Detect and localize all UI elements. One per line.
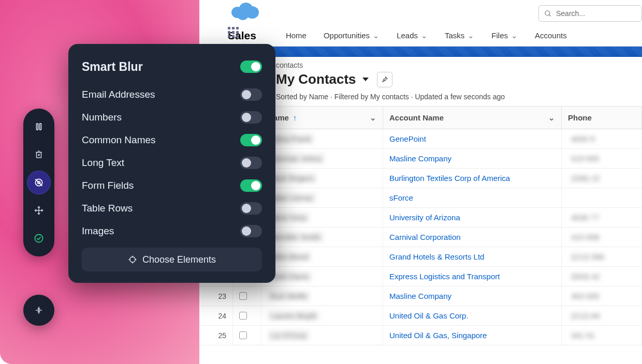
option-toggle[interactable] (240, 134, 262, 146)
cell-name: Jake Llorrac (261, 188, 383, 207)
option-label: Images (82, 225, 114, 237)
app-nav: Sales HomeOpportunities⌄Leads⌄Tasks⌄File… (199, 25, 642, 47)
account-link[interactable]: GenePoint (389, 134, 426, 143)
caret-down-icon (361, 77, 370, 83)
option-toggle[interactable] (240, 111, 262, 124)
cell-account: Masline Company (383, 149, 562, 168)
sort-asc-icon: ↑ (293, 113, 297, 122)
option-label: Table Rows (82, 203, 133, 214)
account-link[interactable]: sForce (389, 193, 413, 202)
account-link[interactable]: United Oil & Gas, Singapore (389, 331, 487, 340)
chevron-down-icon: ⌄ (373, 31, 380, 40)
cell-account: United Oil & Gas, Singapore (383, 326, 562, 345)
list-title[interactable]: My Contacts (276, 71, 370, 87)
nav-home[interactable]: Home (279, 31, 314, 40)
chevron-down-icon: ⌄ (511, 31, 518, 40)
cell-account: sForce (383, 188, 562, 207)
row-checkbox[interactable] (239, 312, 247, 320)
cell-account: Carnival Corporation (383, 228, 562, 247)
confirm-button[interactable] (27, 226, 51, 250)
target-icon (128, 255, 137, 264)
col-account[interactable]: Account Name⌄ (383, 107, 562, 129)
option-label: Long Text (82, 157, 124, 169)
account-link[interactable]: Masline Company (389, 292, 451, 300)
cell-account: Masline Company (383, 286, 562, 306)
nav-leads[interactable]: Leads⌄ (389, 31, 435, 40)
account-link[interactable]: Express Logistics and Transport (389, 272, 500, 281)
svg-point-4 (545, 10, 550, 15)
col-name[interactable]: Name↑⌄ (261, 107, 383, 129)
cell-phone (562, 188, 642, 207)
option-toggle[interactable] (240, 88, 262, 101)
blur-option: Images (82, 220, 262, 242)
global-search[interactable]: Search... (538, 5, 642, 22)
option-toggle[interactable] (240, 157, 262, 169)
cell-phone: 341 01 (562, 326, 642, 345)
blur-tool-button[interactable] (27, 171, 51, 194)
cell-account: Express Logistics and Transport (383, 267, 562, 286)
chevron-down-icon[interactable]: ⌄ (370, 113, 376, 123)
cell-name: Jack Rogers (261, 169, 383, 188)
salesforce-logo (230, 1, 259, 21)
pin-button[interactable] (377, 72, 392, 87)
nav-tasks[interactable]: Tasks⌄ (437, 31, 481, 40)
cell-name: Liz D'Cruz (261, 326, 383, 345)
option-label: Numbers (82, 112, 122, 123)
option-label: Email Addresses (82, 89, 155, 100)
cell-name: Jane Grey (261, 208, 383, 227)
option-toggle[interactable] (240, 225, 262, 237)
table-row: 25Liz D'CruzUnited Oil & Gas, Singapore3… (199, 326, 642, 345)
cell-phone: (212) 596 (562, 247, 642, 266)
blur-option: Common Names (82, 129, 262, 151)
nav-opportunities[interactable]: Opportunities⌄ (316, 31, 387, 40)
cell-phone: 4030 77 (562, 208, 642, 227)
cell-phone: (503) 42 (562, 267, 642, 286)
cell-phone: 410 008 (562, 228, 642, 247)
row-number: 25 (199, 326, 233, 345)
option-toggle[interactable] (240, 202, 262, 215)
cell-phone: 4050 9 (562, 129, 642, 148)
search-placeholder: Search... (556, 9, 585, 18)
delete-button[interactable] (27, 143, 51, 166)
option-label: Common Names (82, 134, 156, 146)
nav-accounts[interactable]: Accounts (528, 31, 574, 40)
tool-rail (23, 109, 54, 256)
row-checkbox[interactable] (239, 331, 247, 339)
cell-name: Josh Davis (261, 267, 383, 286)
account-link[interactable]: Grand Hotels & Resorts Ltd (389, 252, 484, 261)
svg-rect-6 (37, 124, 38, 130)
move-button[interactable] (27, 199, 51, 222)
object-label: contacts (276, 61, 642, 69)
account-link[interactable]: Burlington Textiles Corp of America (389, 174, 510, 183)
option-toggle[interactable] (240, 179, 262, 192)
smart-blur-toggle[interactable] (240, 60, 262, 73)
account-link[interactable]: Masline Company (389, 154, 451, 163)
cell-account: GenePoint (383, 129, 562, 148)
choose-elements-button[interactable]: Choose Elements (82, 248, 262, 271)
blur-option: Long Text (82, 151, 262, 174)
account-link[interactable]: University of Arizona (389, 213, 460, 222)
blur-option: Email Addresses (82, 83, 262, 106)
svg-point-12 (130, 257, 136, 263)
blur-option: Form Fields (82, 174, 262, 197)
blur-option: Table Rows (82, 197, 262, 220)
cell-phone: (336) 22 (562, 169, 642, 188)
option-label: Form Fields (82, 180, 134, 191)
smart-blur-panel: Smart Blur Email AddressesNumbersCommon … (68, 44, 275, 283)
cell-name: German Johns (261, 149, 383, 168)
row-checkbox[interactable] (239, 292, 247, 300)
cell-name: Lauren Boyle (261, 306, 383, 325)
nav-files[interactable]: Files⌄ (484, 31, 525, 40)
chevron-down-icon[interactable]: ⌄ (548, 113, 555, 123)
pause-button[interactable] (27, 115, 51, 139)
cell-phone: 303 005 (562, 286, 642, 306)
col-phone[interactable]: Phone (562, 107, 642, 129)
account-link[interactable]: United Oil & Gas Corp. (389, 311, 469, 320)
choose-elements-label: Choose Elements (142, 254, 216, 265)
app-launcher-icon[interactable] (228, 27, 239, 38)
account-link[interactable]: Carnival Corporation (389, 233, 461, 241)
collapse-button[interactable] (23, 295, 54, 326)
panel-title: Smart Blur (82, 60, 143, 74)
cell-phone: (212) 84 (562, 306, 642, 325)
cell-account: Burlington Textiles Corp of America (383, 169, 562, 188)
